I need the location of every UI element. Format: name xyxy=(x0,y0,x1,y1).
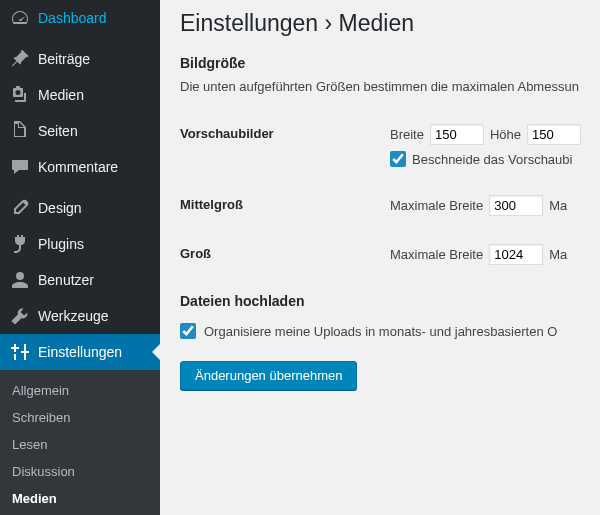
large-width-input[interactable] xyxy=(489,244,543,265)
comments-icon xyxy=(10,157,30,177)
thumbnail-crop-label: Beschneide das Vorschaubi xyxy=(412,152,572,167)
sizes-description: Die unten aufgeführten Größen bestimmen … xyxy=(180,79,600,94)
sidebar-item-users[interactable]: Benutzer xyxy=(0,262,160,298)
dashboard-icon xyxy=(10,8,30,28)
admin-sidebar: Dashboard Beiträge Medien Seiten Komment… xyxy=(0,0,160,515)
sidebar-item-comments[interactable]: Kommentare xyxy=(0,149,160,185)
organize-uploads-checkbox[interactable] xyxy=(180,323,196,339)
section-upload: Dateien hochladen xyxy=(180,293,600,309)
submenu-item-writing[interactable]: Schreiben xyxy=(0,404,160,431)
sidebar-item-label: Design xyxy=(38,200,82,216)
sidebar-item-settings[interactable]: Einstellungen xyxy=(0,334,160,370)
max-width-label: Maximale Breite xyxy=(390,247,483,262)
submenu-item-general[interactable]: Allgemein xyxy=(0,377,160,404)
sidebar-item-pages[interactable]: Seiten xyxy=(0,113,160,149)
pin-icon xyxy=(10,49,30,69)
width-label: Breite xyxy=(390,127,424,142)
main-content: Einstellungen › Medien Bildgröße Die unt… xyxy=(160,0,600,515)
brush-icon xyxy=(10,198,30,218)
sidebar-item-label: Medien xyxy=(38,87,84,103)
page-icon xyxy=(10,121,30,141)
sliders-icon xyxy=(10,342,30,362)
sidebar-item-label: Benutzer xyxy=(38,272,94,288)
sidebar-item-label: Dashboard xyxy=(38,10,107,26)
submenu-item-media[interactable]: Medien xyxy=(0,485,160,512)
thumbnail-height-input[interactable] xyxy=(527,124,581,145)
sidebar-item-appearance[interactable]: Design xyxy=(0,190,160,226)
sidebar-item-dashboard[interactable]: Dashboard xyxy=(0,0,160,36)
thumbnail-label: Vorschaubilder xyxy=(180,124,390,141)
large-label: Groß xyxy=(180,244,390,261)
submenu-item-reading[interactable]: Lesen xyxy=(0,431,160,458)
sidebar-item-label: Seiten xyxy=(38,123,78,139)
max-width-label: Maximale Breite xyxy=(390,198,483,213)
plug-icon xyxy=(10,234,30,254)
organize-uploads-label: Organisiere meine Uploads in monats- und… xyxy=(204,324,557,339)
medium-width-input[interactable] xyxy=(489,195,543,216)
sidebar-item-posts[interactable]: Beiträge xyxy=(0,41,160,77)
sidebar-item-label: Plugins xyxy=(38,236,84,252)
user-icon xyxy=(10,270,30,290)
page-title: Einstellungen › Medien xyxy=(180,10,600,37)
media-icon xyxy=(10,85,30,105)
sidebar-item-label: Kommentare xyxy=(38,159,118,175)
sidebar-item-label: Einstellungen xyxy=(38,344,122,360)
section-image-sizes: Bildgröße xyxy=(180,55,600,71)
sidebar-item-media[interactable]: Medien xyxy=(0,77,160,113)
height-label: Höhe xyxy=(490,127,521,142)
wrench-icon xyxy=(10,306,30,326)
medium-label: Mittelgroß xyxy=(180,195,390,212)
sidebar-item-plugins[interactable]: Plugins xyxy=(0,226,160,262)
medium-trail: Ma xyxy=(549,198,567,213)
thumbnail-width-input[interactable] xyxy=(430,124,484,145)
save-button[interactable]: Änderungen übernehmen xyxy=(180,361,357,390)
sidebar-item-tools[interactable]: Werkzeuge xyxy=(0,298,160,334)
sidebar-item-label: Werkzeuge xyxy=(38,308,109,324)
thumbnail-crop-checkbox[interactable] xyxy=(390,151,406,167)
settings-submenu: Allgemein Schreiben Lesen Diskussion Med… xyxy=(0,370,160,515)
sidebar-item-label: Beiträge xyxy=(38,51,90,67)
submenu-item-discussion[interactable]: Diskussion xyxy=(0,458,160,485)
large-trail: Ma xyxy=(549,247,567,262)
